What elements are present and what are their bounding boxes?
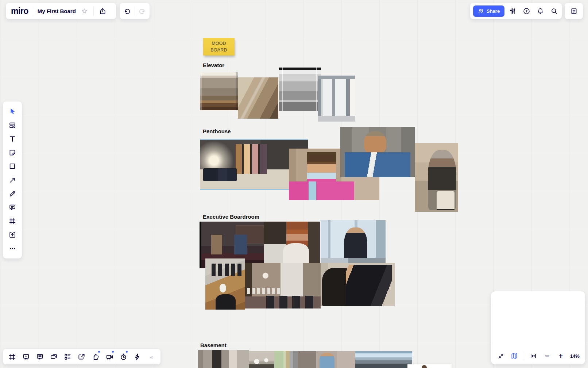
title-bar: miro My First Board	[6, 3, 116, 19]
bottom-toolbar: «	[3, 349, 160, 364]
frame-icon[interactable]	[6, 215, 19, 227]
section-label-penthouse[interactable]: Penthouse	[203, 128, 231, 134]
image-executive-lounging[interactable]	[321, 263, 395, 306]
adjustments-icon[interactable]	[507, 5, 518, 17]
minimap[interactable]	[491, 291, 585, 348]
notes-panel-icon[interactable]	[34, 350, 46, 363]
templates-icon[interactable]	[6, 119, 19, 131]
help-icon[interactable]: ?	[521, 5, 532, 17]
share-people-icon	[478, 8, 484, 14]
fit-to-screen-icon[interactable]	[529, 350, 538, 362]
collapse-chevrons: «	[150, 354, 152, 360]
divider	[135, 6, 135, 16]
select-cursor-icon[interactable]	[6, 105, 19, 118]
map-icon[interactable]	[510, 350, 519, 362]
zoom-in-icon[interactable]: +	[556, 350, 565, 362]
image-basement-white-clip[interactable]	[407, 364, 452, 368]
divider	[93, 6, 94, 16]
collapse-icon[interactable]: «	[145, 350, 158, 363]
notes-icon[interactable]	[568, 5, 580, 17]
redo-icon[interactable]	[136, 5, 148, 17]
share-button[interactable]: Share	[473, 5, 504, 17]
undo-redo-bar	[120, 3, 150, 19]
image-man-blue-suit-phone[interactable]	[340, 127, 415, 177]
timer-icon[interactable]	[117, 350, 129, 363]
share-label: Share	[487, 8, 500, 14]
cards-icon[interactable]	[62, 350, 74, 363]
more-icon[interactable]	[6, 242, 19, 255]
arrow-icon[interactable]	[6, 174, 19, 186]
image-elevator-cabin-steel[interactable]	[279, 68, 321, 111]
notes-bar	[565, 3, 583, 19]
miro-logo[interactable]: miro	[11, 6, 28, 16]
collapse-minimap-icon[interactable]	[496, 350, 505, 362]
image-conference-room-screen[interactable]	[245, 263, 321, 308]
image-woman-with-phone[interactable]	[264, 222, 320, 263]
image-man-on-desk-phone[interactable]	[321, 220, 386, 265]
comment-icon[interactable]	[6, 201, 19, 214]
chat-icon[interactable]	[48, 350, 60, 363]
section-label-basement[interactable]: Basement	[200, 342, 227, 348]
quick-actions-icon[interactable]	[131, 350, 144, 363]
export-icon[interactable]	[98, 5, 108, 17]
minimap-card: − + 14%	[491, 291, 585, 364]
image-conference-table-projector[interactable]	[205, 258, 245, 310]
image-elevator-interior-bronze[interactable]	[200, 72, 238, 110]
frames-icon[interactable]	[6, 350, 18, 363]
svg-text:?: ?	[525, 9, 527, 13]
image-basement-storage-shelves[interactable]	[274, 351, 298, 368]
section-label-elevator[interactable]: Elevator	[203, 62, 224, 68]
text-icon[interactable]	[6, 133, 19, 145]
open-in-icon[interactable]	[76, 350, 88, 363]
section-label-executive-boardroom[interactable]: Executive Boardroom	[203, 214, 259, 220]
board-title[interactable]: My First Board	[38, 8, 76, 14]
notifications-icon[interactable]	[534, 5, 546, 17]
left-toolbar	[3, 101, 22, 258]
star-icon[interactable]	[80, 5, 89, 17]
header-right-bar: Share ?	[470, 3, 562, 19]
image-basement-corridor-man[interactable]	[298, 351, 412, 368]
upload-icon[interactable]	[6, 229, 19, 241]
zoom-out-icon[interactable]: −	[543, 350, 552, 362]
search-icon[interactable]	[548, 5, 560, 17]
sticky-note-icon[interactable]	[6, 146, 19, 159]
divider	[524, 351, 524, 361]
video-chat-icon[interactable]	[103, 350, 116, 363]
zoom-level[interactable]: 14%	[570, 353, 580, 359]
shape-icon[interactable]	[6, 160, 19, 172]
sticky-note[interactable]: MOOD BOARD	[203, 38, 235, 55]
presentation-icon[interactable]	[20, 350, 32, 363]
image-street-style-woman[interactable]	[415, 143, 458, 212]
image-elevator-panel-closeup[interactable]	[238, 77, 278, 119]
divider	[33, 6, 33, 16]
pen-icon[interactable]	[6, 188, 19, 200]
sticky-note-text: MOOD BOARD	[209, 40, 229, 53]
reactions-icon[interactable]	[89, 350, 102, 363]
image-basement-hallway-door[interactable]	[198, 350, 249, 368]
image-elevator-glass-render[interactable]	[318, 76, 355, 122]
zoom-controls: − + 14%	[491, 348, 585, 364]
undo-icon[interactable]	[121, 5, 133, 17]
image-basement-tile-wall[interactable]	[249, 351, 274, 368]
